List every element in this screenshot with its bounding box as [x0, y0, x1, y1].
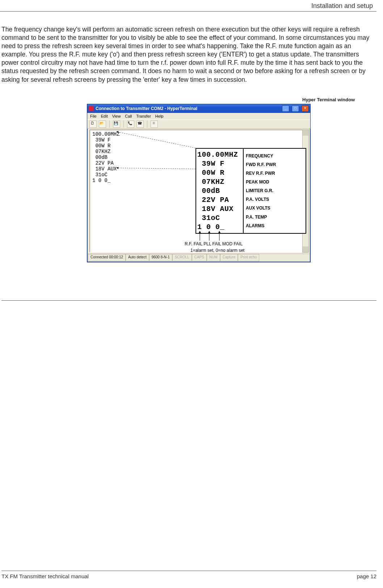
status-bar: Connected 00:00:12 Auto detect 9600 8-N-…	[88, 254, 310, 261]
status-scroll: SCROLL	[172, 254, 192, 261]
menu-transfer[interactable]: Transfer	[136, 114, 151, 118]
label-limiter: LIMITER G.R.	[246, 186, 304, 195]
menu-view[interactable]: View	[112, 114, 121, 118]
properties-icon[interactable]	[151, 120, 158, 128]
label-alarms: ALARMS	[246, 221, 304, 230]
label-fwd-pwr: FWD R.F. PWR	[246, 160, 304, 169]
status-print: Print echo	[238, 254, 259, 261]
close-button[interactable]: ×	[302, 105, 309, 112]
toolbar	[87, 119, 310, 129]
call-icon[interactable]	[127, 120, 134, 128]
footer-right: page 12	[357, 573, 376, 579]
detail-callout: 100.00MHZ 39W F 00W R 07KHZ 00dB 22V PA …	[195, 148, 306, 234]
body-paragraph: The frequency change key's will perform …	[0, 12, 376, 84]
status-caps: CAPS	[192, 254, 207, 261]
label-pa-temp: P.A. TEMP	[246, 213, 304, 221]
label-rev-pwr: REV R.F. PWR	[246, 169, 304, 178]
new-icon[interactable]	[89, 120, 97, 128]
maximize-button[interactable]: □	[292, 105, 299, 112]
menu-edit[interactable]: Edit	[101, 114, 108, 118]
section-title: Installation and setup	[311, 2, 373, 9]
page-footer: TX FM Transmitter technical manual page …	[1, 571, 376, 579]
open-icon[interactable]	[99, 120, 106, 128]
status-settings: 9600 8-N-1	[149, 254, 172, 261]
label-aux-volts: AUX VOLTS	[246, 204, 304, 212]
menu-call[interactable]: Call	[125, 114, 132, 118]
window-titlebar: Connection to Transmitter COM2 - HyperTe…	[87, 104, 310, 113]
status-auto: Auto detect	[126, 254, 149, 261]
figure-caption: Hyper Terminal window	[0, 97, 376, 102]
status-connected: Connected 00:00:12	[88, 254, 126, 261]
menu-bar: File Edit View Call Transfer Help	[87, 113, 310, 119]
section-rule	[1, 300, 376, 301]
detail-readings: 100.00MHZ 39W F 00W R 07KHZ 00dB 22V PA …	[196, 149, 243, 233]
menu-file[interactable]: File	[90, 114, 97, 118]
alarm-labels: R.F. FAIL PLL FAIL MOD FAIL	[185, 241, 243, 246]
app-icon	[89, 106, 94, 111]
label-peak-mod: PEAK MOD	[246, 178, 304, 186]
figure-area: Connection to Transmitter COM2 - HyperTe…	[87, 104, 319, 270]
header-section: Installation and setup	[0, 0, 376, 12]
save-icon[interactable]	[113, 120, 120, 128]
menu-help[interactable]: Help	[155, 114, 164, 118]
footer-left: TX FM Transmitter technical manual	[1, 573, 89, 579]
status-num: NUM	[207, 254, 220, 261]
label-frequency: FREQUENCY	[246, 152, 304, 160]
minimize-button[interactable]: _	[282, 105, 289, 112]
status-capture: Capture	[220, 254, 238, 261]
label-pa-volts: P.A. VOLTS	[246, 195, 304, 204]
disconnect-icon[interactable]	[136, 120, 144, 128]
window-title: Connection to Transmitter COM2 - HyperTe…	[96, 106, 197, 111]
alarm-note: 1=alarm set, 0=no alarm set	[190, 248, 244, 253]
detail-labels: FREQUENCY FWD R.F. PWR REV R.F. PWR PEAK…	[243, 149, 306, 233]
